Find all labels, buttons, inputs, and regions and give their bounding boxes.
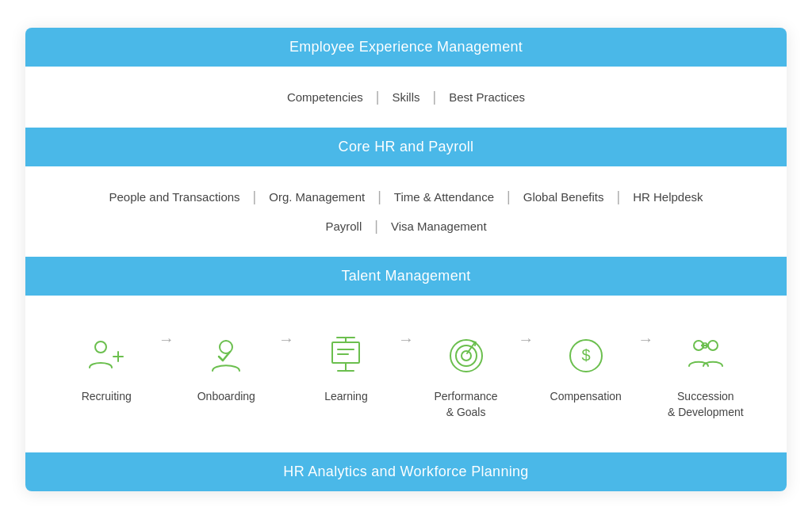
emp-exp-item-best-practices: Best Practices [436, 87, 538, 107]
compensation-icon: $ [565, 334, 607, 377]
succession-icon-wrap [680, 330, 731, 381]
talent-item-onboarding: Onboarding [177, 330, 275, 405]
recruiting-icon-wrap [81, 330, 132, 381]
emp-exp-header: Employee Experience Management [25, 28, 787, 67]
svg-point-13 [462, 351, 471, 361]
succession-icon [684, 334, 727, 377]
emp-exp-content: Competencies | Skills | Best Practices [25, 67, 787, 128]
emp-exp-item-competencies: Competencies [274, 87, 376, 107]
talent-item-compensation: $ Compensation [537, 330, 635, 405]
svg-point-12 [456, 345, 477, 366]
performance-icon-wrap [441, 330, 492, 381]
succession-label: Succession& Development [668, 389, 744, 420]
compensation-icon-wrap: $ [561, 330, 611, 381]
emp-exp-items-row: Competencies | Skills | Best Practices [49, 82, 763, 112]
performance-label: Performance& Goals [434, 389, 497, 420]
talent-item-recruiting: Recruiting [57, 330, 155, 405]
talent-item-succession: Succession& Development [657, 330, 755, 420]
arrow4: → [515, 330, 537, 372]
talent-icons-row: Recruiting → Onboarding → [49, 311, 763, 436]
recruiting-label: Recruiting [82, 389, 132, 405]
performance-icon [445, 334, 488, 377]
core-hr-helpdesk: HR Helpdesk [620, 187, 715, 207]
core-hr-time: Time & Attendance [381, 187, 507, 207]
learning-label: Learning [324, 389, 368, 405]
learning-icon-wrap [320, 330, 371, 381]
onboarding-icon-wrap [201, 330, 251, 381]
analytics-header: HR Analytics and Workforce Planning [25, 452, 787, 491]
core-hr-row2: Payroll | Visa Management [49, 212, 763, 241]
talent-item-performance: Performance& Goals [416, 330, 515, 420]
arrow5: → [635, 330, 657, 372]
onboarding-icon [205, 334, 247, 377]
arrow1: → [155, 330, 177, 372]
core-hr-org: Org. Management [256, 187, 377, 207]
talent-header: Talent Management [25, 257, 787, 296]
compensation-label: Compensation [550, 389, 622, 405]
arrow2: → [275, 330, 297, 372]
onboarding-label: Onboarding [197, 389, 255, 405]
core-hr-row1: People and Transactions | Org. Managemen… [49, 182, 763, 212]
core-hr-payroll: Payroll [312, 216, 374, 236]
svg-point-18 [708, 341, 718, 350]
core-hr-benefits: Global Benefits [511, 187, 617, 207]
core-hr-content: People and Transactions | Org. Managemen… [25, 166, 787, 257]
recruiting-icon [85, 334, 128, 377]
talent-content: Recruiting → Onboarding → [25, 296, 787, 452]
svg-point-0 [95, 342, 106, 353]
svg-rect-4 [332, 342, 359, 363]
talent-item-learning: Learning [297, 330, 395, 405]
core-hr-visa: Visa Management [378, 216, 500, 236]
diagram-container: Employee Experience Management Competenc… [25, 28, 787, 490]
learning-icon [324, 334, 367, 377]
core-hr-header: Core HR and Payroll [25, 128, 787, 166]
emp-exp-item-skills: Skills [380, 87, 433, 107]
arrow3: → [396, 330, 417, 372]
svg-text:$: $ [581, 346, 590, 364]
core-hr-people: People and Transactions [96, 187, 252, 207]
